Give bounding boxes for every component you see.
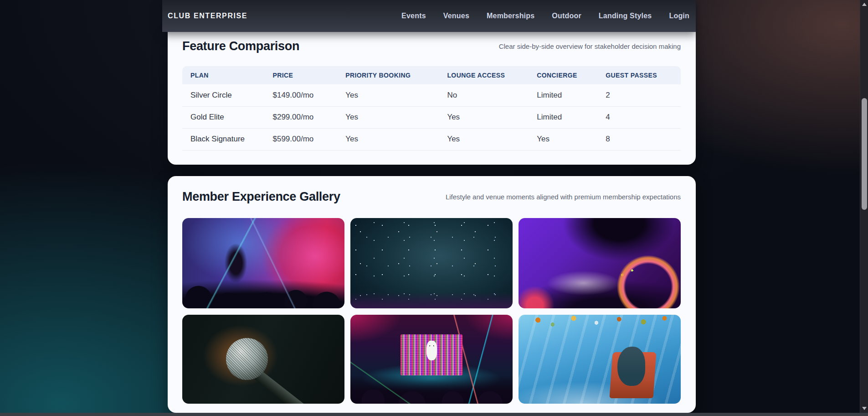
- table-cell: Yes: [337, 84, 439, 106]
- table-cell: 2: [597, 84, 681, 106]
- mascot-figure-shape: [426, 341, 437, 360]
- table-cell: Limited: [529, 106, 597, 128]
- nav-item-landing-styles[interactable]: Landing Styles: [599, 12, 652, 20]
- column-header-plan: PLAN: [182, 66, 265, 84]
- table-cell: Yes: [439, 128, 529, 150]
- table-row-black-signature: Black Signature $599.00/mo Yes Yes Yes 8: [182, 128, 681, 150]
- table-cell: No: [439, 84, 529, 106]
- table-cell: Limited: [529, 84, 597, 106]
- column-header-price: PRICE: [265, 66, 338, 84]
- column-header-guest-passes: GUEST PASSES: [597, 66, 681, 84]
- gallery-image-microphone-close-up[interactable]: [182, 315, 344, 404]
- gallery-subtitle: Lifestyle and venue moments aligned with…: [446, 193, 681, 201]
- page-content: Feature Comparison Clear side-by-side ov…: [168, 0, 696, 416]
- gallery-image-concert-crowd-stage-lights[interactable]: [182, 218, 344, 308]
- nav-item-events[interactable]: Events: [401, 12, 426, 20]
- table-cell: $149.00/mo: [265, 84, 338, 106]
- column-header-lounge-access: LOUNGE ACCESS: [439, 66, 529, 84]
- top-navbar: CLUB ENTERPRISE Events Venues Membership…: [162, 0, 696, 32]
- column-header-priority-booking: PRIORITY BOOKING: [337, 66, 439, 84]
- feature-comparison-table: PLAN PRICE PRIORITY BOOKING LOUNGE ACCES…: [182, 66, 681, 151]
- table-cell: Silver Circle: [182, 84, 265, 106]
- window-bottom-strip: [0, 413, 868, 416]
- nav-item-memberships[interactable]: Memberships: [487, 12, 534, 20]
- nav-links: Events Venues Memberships Outdoor Landin…: [401, 12, 689, 20]
- vertical-scrollbar[interactable]: [860, 0, 868, 416]
- table-cell: Black Signature: [182, 128, 265, 150]
- table-cell: $599.00/mo: [265, 128, 338, 150]
- gallery-image-confetti-celebration[interactable]: [350, 218, 513, 308]
- gallery-grid: [182, 218, 681, 404]
- table-cell: 4: [597, 106, 681, 128]
- led-screen-shape: [401, 334, 462, 375]
- table-cell: Yes: [529, 128, 597, 150]
- gallery-image-underwater-pool-lounge[interactable]: [519, 315, 681, 404]
- table-row-gold-elite: Gold Elite $299.00/mo Yes Yes Limited 4: [182, 106, 681, 128]
- scrollbar-down-icon[interactable]: [862, 407, 867, 410]
- scrollbar-up-icon[interactable]: [862, 3, 867, 6]
- table-header-row: PLAN PRICE PRIORITY BOOKING LOUNGE ACCES…: [182, 66, 681, 84]
- table-cell: Yes: [439, 106, 529, 128]
- nav-item-login[interactable]: Login: [669, 12, 689, 20]
- feature-comparison-title: Feature Comparison: [182, 39, 299, 53]
- gallery-image-dj-mixer-purple-glow[interactable]: [519, 218, 681, 308]
- column-header-concierge: CONCIERGE: [529, 66, 597, 84]
- gallery-image-main-stage-led-screen[interactable]: [350, 315, 513, 404]
- feature-comparison-card: Feature Comparison Clear side-by-side ov…: [168, 32, 696, 165]
- gallery-title: Member Experience Gallery: [182, 190, 340, 203]
- nav-item-outdoor[interactable]: Outdoor: [552, 12, 581, 20]
- table-cell: Yes: [337, 128, 439, 150]
- table-cell: 8: [597, 128, 681, 150]
- brand-logo[interactable]: CLUB ENTERPRISE: [168, 12, 247, 20]
- feature-comparison-header: Feature Comparison Clear side-by-side ov…: [168, 32, 696, 53]
- table-row-silver-circle: Silver Circle $149.00/mo Yes No Limited …: [182, 84, 681, 106]
- nav-item-venues[interactable]: Venues: [443, 12, 469, 20]
- table-cell: $299.00/mo: [265, 106, 338, 128]
- scrollbar-thumb[interactable]: [862, 98, 867, 210]
- gallery-header: Member Experience Gallery Lifestyle and …: [168, 176, 696, 203]
- gallery-card: Member Experience Gallery Lifestyle and …: [168, 176, 696, 413]
- table-cell: Yes: [337, 106, 439, 128]
- microphone-head-shape: [226, 338, 268, 380]
- table-cell: Gold Elite: [182, 106, 265, 128]
- feature-comparison-subtitle: Clear side-by-side overview for stakehol…: [499, 42, 681, 50]
- swimmer-figure-shape: [617, 347, 645, 386]
